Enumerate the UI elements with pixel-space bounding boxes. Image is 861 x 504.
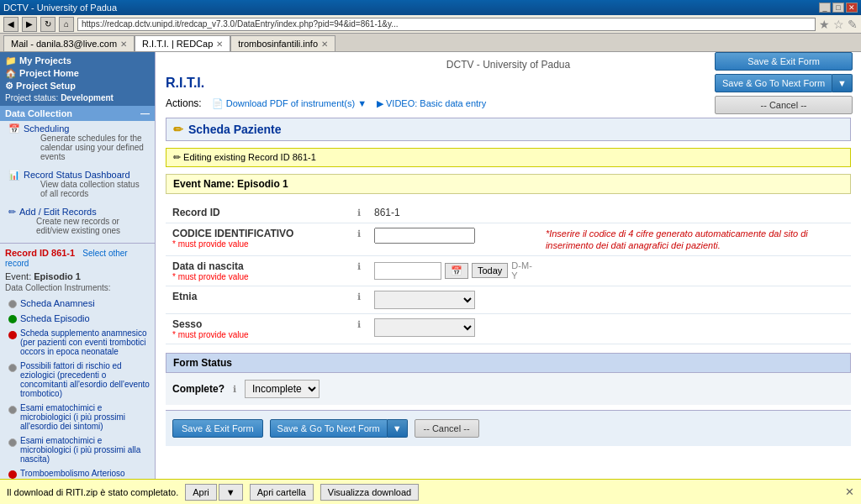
close-button[interactable]: ✕ [846, 3, 858, 13]
top-save-next-arrow[interactable]: ▼ [832, 74, 853, 92]
scheduling-label: Scheduling [24, 123, 150, 134]
etnia-info-icon[interactable]: ℹ [357, 291, 361, 302]
top-cancel-button[interactable]: -- Cancel -- [715, 96, 853, 114]
instrument-esami-nascita[interactable]: Esami ematochimici e microbiologici (i p… [0, 433, 155, 466]
project-status: Project status: Development [5, 92, 150, 102]
tab-trombosi[interactable]: trombosinfantili.info ✕ [230, 35, 335, 51]
forward-button[interactable]: ▶ [22, 17, 37, 32]
tab-mail[interactable]: Mail - danila.83@live.com ✕ [3, 35, 135, 51]
save-next-arrow[interactable]: ▼ [388, 419, 408, 438]
open-button[interactable]: Apri [185, 484, 217, 501]
open-dropdown-button[interactable]: ▼ [219, 484, 243, 501]
record-id-label: Record ID [166, 202, 351, 223]
record-status-label: Record Status Dashboard [24, 170, 150, 180]
event-row: Event: Episodio 1 [0, 270, 155, 282]
back-button[interactable]: ◀ [3, 17, 18, 32]
browser-icons: ★ ☆ ✎ [819, 18, 858, 31]
codice-row: CODICE IDENTIFICATIVO * must provide val… [166, 223, 851, 256]
sidebar: 📁 My Projects 🏠 Project Home ⚙ Project S… [0, 52, 156, 500]
tab-bar: Mail - danila.83@live.com ✕ R.I.T.I. | R… [0, 34, 861, 52]
tab-redcap-label: R.I.T.I. | REDCap [142, 39, 213, 49]
data-collection-collapse[interactable]: — [140, 108, 150, 118]
project-setup-link[interactable]: ⚙ Project Setup [5, 79, 150, 92]
save-exit-button[interactable]: Save & Exit Form [172, 419, 263, 438]
instrument-scheda-anamnesi[interactable]: Scheda Anamnesi [0, 296, 155, 311]
instrument-fattori-rischio[interactable]: Possibili fattori di rischio ed eziologi… [0, 359, 155, 401]
save-next-button[interactable]: Save & Go To Next Form [270, 419, 388, 438]
project-home-link[interactable]: 🏠 Project Home [5, 66, 150, 79]
dob-input[interactable] [374, 262, 441, 280]
tab-trombosi-close[interactable]: ✕ [321, 39, 328, 49]
record-id-row: Record ID ℹ 861-1 [166, 202, 851, 223]
top-save-next-button[interactable]: Save & Go To Next Form [715, 74, 832, 92]
instrument-scheda-supplemento[interactable]: Scheda supplemento anamnesico (per pazie… [0, 326, 155, 359]
visualize-download-button[interactable]: Visualizza download [320, 484, 419, 501]
refresh-button[interactable]: ↻ [40, 17, 55, 32]
data-collection-header: Data Collection — [0, 106, 155, 121]
current-record-row: Record ID 861-1 Select other record [0, 245, 155, 270]
add-edit-label: Add / Edit Records [19, 207, 150, 217]
sidebar-item-record-status[interactable]: 📊 Record Status Dashboard View data coll… [0, 167, 155, 204]
window-title: DCTV - University of Padua [3, 3, 117, 13]
event-name-value: Episodio 1 [237, 178, 288, 190]
top-save-exit-button[interactable]: Save & Exit Form [715, 52, 853, 71]
dot-fattori-rischio [8, 364, 17, 372]
sidebar-item-scheduling[interactable]: 📅 Scheduling Generate schedules for the … [0, 121, 155, 167]
sesso-info-icon[interactable]: ℹ [357, 319, 361, 329]
record-id-link[interactable]: Record ID 861-1 [5, 248, 75, 258]
event-name-label: Event Name: [173, 178, 235, 190]
dot-scheda-supplemento [8, 331, 17, 339]
open-btn-group: Apri ▼ [185, 484, 242, 501]
dot-scheda-episodio [8, 315, 17, 323]
codice-info: ℹ [351, 223, 367, 256]
codice-input[interactable] [374, 228, 475, 244]
top-save-next-container: Save & Go To Next Form ▼ [715, 74, 853, 92]
cancel-button[interactable]: -- Cancel -- [415, 419, 479, 438]
browser-bar: ◀ ▶ ↻ ⌂ ★ ☆ ✎ [0, 15, 861, 34]
calendar-picker-button[interactable]: 📅 [445, 263, 468, 279]
scheda-supplemento-label: Scheda supplemento anamnesico (per pazie… [20, 328, 150, 356]
sesso-label: Sesso * must provide value [166, 314, 351, 344]
complete-select[interactable]: Incomplete Unverified Complete [245, 380, 320, 398]
chart-icon: 📊 [8, 170, 20, 181]
tab-redcap-close[interactable]: ✕ [216, 39, 223, 49]
etnia-row: Etnia ℹ [166, 286, 851, 314]
calendar-icon: 📅 [8, 123, 20, 134]
etnia-select[interactable] [374, 291, 475, 309]
form-title-label: Scheda Paziente [188, 123, 282, 136]
save-next-split: Save & Go To Next Form ▼ [270, 419, 408, 438]
dot-esami-sintomi [8, 406, 17, 414]
pdf-dropdown-icon: ▼ [357, 98, 367, 108]
pencil-edit-icon: ✏ [173, 152, 181, 162]
tab-mail-close[interactable]: ✕ [120, 39, 127, 49]
open-folder-button[interactable]: Apri cartella [250, 484, 314, 501]
home-button[interactable]: ⌂ [59, 17, 74, 32]
instrument-esami-sintomi[interactable]: Esami ematochimici e microbiologici (i p… [0, 401, 155, 433]
dob-info-icon[interactable]: ℹ [357, 261, 361, 271]
address-bar[interactable] [77, 18, 816, 31]
tab-redcap[interactable]: R.I.T.I. | REDCap ✕ [135, 35, 230, 51]
sidebar-item-add-edit[interactable]: ✏ Add / Edit Records Create new records … [0, 204, 155, 241]
record-id-info-icon[interactable]: ℹ [357, 207, 361, 218]
bottom-buttons: Save & Exit Form Save & Go To Next Form … [166, 410, 851, 446]
window-controls[interactable]: _ □ ✕ [819, 3, 858, 13]
video-link[interactable]: ▶ VIDEO: Basic data entry [377, 98, 486, 109]
minimize-button[interactable]: _ [819, 3, 831, 13]
complete-info-icon[interactable]: ℹ [233, 384, 236, 395]
download-close-button[interactable]: ✕ [845, 486, 854, 498]
tab-trombosi-label: trombosinfantili.info [238, 39, 318, 49]
download-pdf-link[interactable]: 📄 Download PDF of instrument(s) ▼ [212, 98, 367, 109]
sesso-info: ℹ [351, 314, 367, 344]
today-button[interactable]: Today [472, 263, 508, 278]
dob-info: ℹ [351, 256, 367, 286]
my-projects-link[interactable]: 📁 My Projects [5, 55, 150, 66]
etnia-label: Etnia [166, 286, 351, 314]
sesso-select[interactable] [374, 318, 475, 337]
maximize-button[interactable]: □ [832, 3, 844, 13]
codice-info-icon[interactable]: ℹ [357, 228, 361, 239]
dot-scheda-anamnesi [8, 300, 17, 308]
instrument-scheda-episodio[interactable]: Scheda Episodio [0, 311, 155, 326]
pencil-icon: ✏ [173, 123, 183, 136]
dob-row: Data di nascita * must provide value ℹ 📅… [166, 256, 851, 286]
editing-notice: ✏ Editing existing Record ID 861-1 [166, 148, 851, 167]
